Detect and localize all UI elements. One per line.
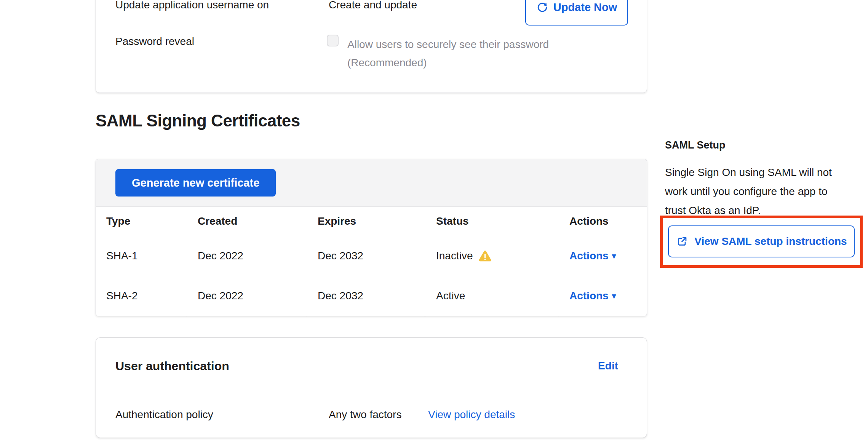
cert-table-row-sha1: SHA-1 Dec 2022 Dec 2032 Inactive Actions… xyxy=(96,236,647,276)
cert-type-cell: SHA-1 xyxy=(96,236,186,276)
saml-setup-heading: SAML Setup xyxy=(665,139,726,151)
sign-on-settings-card: Update application username on Create an… xyxy=(96,0,647,93)
user-authentication-heading: User authentication xyxy=(115,359,229,373)
page: Update application username on Create an… xyxy=(0,0,868,441)
saml-setup-description: Single Sign On using SAML will not work … xyxy=(665,163,852,220)
password-reveal-checkbox[interactable] xyxy=(327,35,339,46)
cert-status-text: Inactive xyxy=(436,250,473,262)
authentication-policy-label: Authentication policy xyxy=(115,409,213,421)
edit-link[interactable]: Edit xyxy=(598,360,618,372)
cert-status-cell: Active xyxy=(426,276,558,316)
caret-down-icon: ▾ xyxy=(612,291,616,300)
warning-icon xyxy=(479,250,491,262)
cert-created-cell: Dec 2022 xyxy=(187,236,306,276)
user-authentication-card: User authentication Edit Authentication … xyxy=(96,337,647,438)
password-reveal-checkbox-label: Allow users to securely see their passwo… xyxy=(347,35,583,72)
refresh-icon xyxy=(536,1,548,13)
col-header-actions: Actions xyxy=(559,207,647,236)
col-header-expires: Expires xyxy=(307,207,424,236)
actions-label: Actions xyxy=(569,290,609,302)
password-reveal-label: Password reveal xyxy=(115,35,194,48)
red-highlight-annotation: View SAML setup instructions xyxy=(660,216,863,268)
cert-actions-cell: Actions ▾ xyxy=(559,276,647,316)
update-now-button[interactable]: Update Now xyxy=(525,0,628,26)
actions-dropdown[interactable]: Actions ▾ xyxy=(569,250,616,262)
cert-table-row-sha2: SHA-2 Dec 2022 Dec 2032 Active Actions ▾ xyxy=(96,276,647,316)
view-saml-label: View SAML setup instructions xyxy=(694,235,847,248)
col-header-created: Created xyxy=(187,207,306,236)
authentication-policy-value: Any two factors xyxy=(329,409,401,421)
cert-table-header-row: Type Created Expires Status Actions xyxy=(96,207,647,236)
update-username-on-value: Create and update xyxy=(329,0,417,11)
cert-status-cell: Inactive xyxy=(426,236,558,276)
cert-actions-cell: Actions ▾ xyxy=(559,236,647,276)
cert-created-cell: Dec 2022 xyxy=(187,276,306,316)
cert-expires-cell: Dec 2032 xyxy=(307,276,424,316)
generate-new-certificate-button[interactable]: Generate new certificate xyxy=(115,169,276,197)
actions-dropdown[interactable]: Actions ▾ xyxy=(569,290,616,302)
certificates-panel: Generate new certificate Type Created Ex… xyxy=(96,159,647,316)
external-link-icon xyxy=(676,235,689,248)
update-now-label: Update Now xyxy=(553,1,617,14)
view-saml-setup-instructions-button[interactable]: View SAML setup instructions xyxy=(668,225,855,257)
view-policy-details-link[interactable]: View policy details xyxy=(428,409,515,421)
cert-type-cell: SHA-2 xyxy=(96,276,186,316)
cert-expires-cell: Dec 2032 xyxy=(307,236,424,276)
update-username-on-label: Update application username on xyxy=(115,0,269,11)
cert-status-text: Active xyxy=(436,290,465,302)
col-header-status: Status xyxy=(426,207,558,236)
caret-down-icon: ▾ xyxy=(612,251,616,260)
saml-signing-certificates-heading: SAML Signing Certificates xyxy=(96,111,300,130)
certificates-panel-header: Generate new certificate xyxy=(96,159,647,207)
col-header-type: Type xyxy=(96,207,186,236)
actions-label: Actions xyxy=(569,250,609,262)
